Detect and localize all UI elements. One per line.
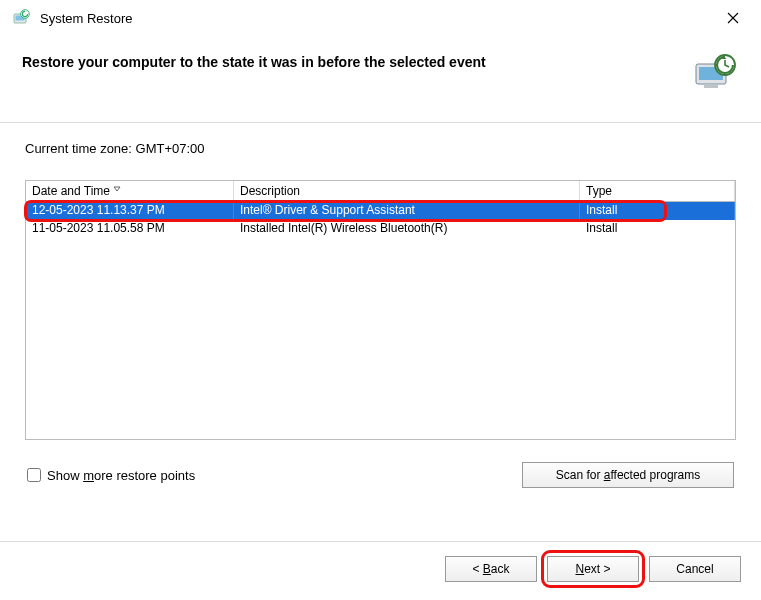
close-button[interactable]	[711, 3, 755, 33]
window-title: System Restore	[40, 11, 132, 26]
table-header: Date and Time Description Type	[26, 181, 735, 202]
instruction-text: Restore your computer to the state it wa…	[22, 52, 691, 70]
back-button[interactable]: < Back	[445, 556, 537, 582]
cell-date: 12-05-2023 11.13.37 PM	[26, 202, 234, 220]
cell-date: 11-05-2023 11.05.58 PM	[26, 220, 234, 238]
close-icon	[727, 12, 739, 24]
table-body: 12-05-2023 11.13.37 PMIntel® Driver & Su…	[26, 202, 735, 238]
timezone-label: Current time zone: GMT+07:00	[25, 141, 736, 156]
wizard-footer: < Back Next > Cancel	[0, 541, 761, 600]
cell-type: Install	[580, 220, 735, 238]
column-label: Date and Time	[32, 184, 110, 198]
cancel-button[interactable]: Cancel	[649, 556, 741, 582]
restore-wizard-icon	[691, 52, 739, 94]
table-row[interactable]: 12-05-2023 11.13.37 PMIntel® Driver & Su…	[26, 202, 735, 220]
column-header-description[interactable]: Description	[234, 181, 580, 201]
column-header-date[interactable]: Date and Time	[26, 181, 234, 201]
show-more-checkbox[interactable]	[27, 468, 41, 482]
wizard-header: Restore your computer to the state it wa…	[0, 36, 761, 123]
restore-icon	[12, 8, 32, 28]
title-bar: System Restore	[0, 0, 761, 36]
wizard-body: Current time zone: GMT+07:00 Date and Ti…	[0, 123, 761, 498]
svg-rect-5	[704, 85, 718, 88]
show-more-label[interactable]: Show more restore points	[47, 468, 195, 483]
cell-description: Installed Intel(R) Wireless Bluetooth(R)	[234, 220, 580, 238]
next-button[interactable]: Next >	[547, 556, 639, 582]
scan-affected-programs-button[interactable]: Scan for affected programs	[522, 462, 734, 488]
column-label: Type	[586, 184, 612, 198]
table-row[interactable]: 11-05-2023 11.05.58 PMInstalled Intel(R)…	[26, 220, 735, 238]
sort-descending-icon	[112, 184, 122, 194]
cell-type: Install	[580, 202, 735, 220]
column-label: Description	[240, 184, 300, 198]
column-header-type[interactable]: Type	[580, 181, 735, 201]
cell-description: Intel® Driver & Support Assistant	[234, 202, 580, 220]
restore-points-table[interactable]: Date and Time Description Type 12-05-202…	[25, 180, 736, 440]
